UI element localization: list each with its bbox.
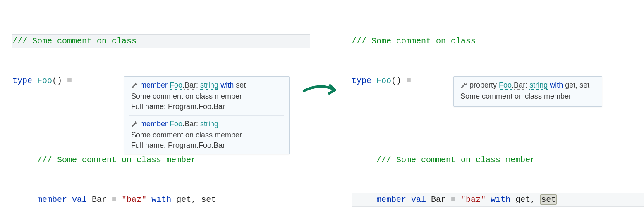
- keyword: member: [376, 195, 406, 204]
- identifier: get: [176, 195, 191, 204]
- sig-keyword: with: [220, 81, 234, 89]
- sig-keyword: member: [140, 81, 168, 89]
- wrench-icon: [131, 121, 138, 128]
- identifier: Bar: [431, 195, 446, 204]
- sig-return-type: string: [200, 120, 218, 128]
- punct: =: [446, 195, 461, 204]
- keyword: val: [72, 195, 87, 204]
- tooltip-description: Some comment on class member: [460, 92, 595, 101]
- string: "baz": [122, 195, 146, 204]
- sig-member: Bar: [184, 81, 196, 90]
- identifier: Bar: [92, 195, 107, 204]
- comment: /// Some comment on class: [352, 36, 476, 46]
- identifier: get: [515, 195, 530, 204]
- keyword: type: [352, 76, 371, 85]
- sig-keyword: with: [550, 81, 563, 89]
- code-line[interactable]: member val Bar = "baz" with get, set: [352, 193, 644, 206]
- punct: ,: [191, 195, 201, 204]
- comment: /// Some comment on class: [12, 36, 136, 46]
- hover-tooltip: member Foo.Bar: string with set Some com…: [124, 76, 290, 154]
- sig-type: Foo: [499, 81, 512, 90]
- code-line[interactable]: [352, 114, 644, 127]
- editor-after: /// Some comment on class type Foo() = /…: [352, 8, 644, 220]
- signature-line: member Foo.Bar: string: [131, 120, 282, 128]
- keyword: member: [37, 195, 67, 204]
- sig-member: Bar: [514, 81, 525, 90]
- keyword: type: [12, 76, 32, 85]
- code-line[interactable]: /// Some comment on class: [352, 35, 644, 48]
- tooltip-description: Some comment on class member: [131, 92, 282, 101]
- sig-keyword: property: [469, 81, 497, 89]
- code-line[interactable]: /// Some comment on class: [12, 35, 310, 48]
- sig-return-type: string: [529, 81, 548, 90]
- tooltip-section: member Foo.Bar: string with set Some com…: [124, 77, 289, 115]
- code-line[interactable]: /// Some comment on class member: [352, 154, 644, 167]
- keyword: val: [411, 195, 426, 204]
- punct: =: [107, 195, 122, 204]
- punct: (): [391, 76, 401, 85]
- sig-member: Bar: [184, 120, 196, 128]
- sig-type: Foo: [170, 81, 182, 90]
- sig-keyword: member: [140, 120, 168, 128]
- type-name: Foo: [376, 76, 391, 85]
- sig-rest: get, set: [563, 81, 589, 89]
- keyword: with: [491, 195, 510, 204]
- tooltip-section: property Foo.Bar: string with get, set S…: [454, 77, 602, 106]
- tooltip-fullname: Full name: Program.Foo.Bar: [131, 141, 282, 150]
- code-line[interactable]: /// Some comment on class member: [12, 154, 310, 167]
- code-block[interactable]: /// Some comment on class type Foo() = /…: [352, 8, 644, 220]
- editor-before: /// Some comment on class type Foo() = /…: [12, 8, 310, 220]
- wrench-icon: [131, 82, 138, 89]
- hover-tooltip: property Foo.Bar: string with get, set S…: [453, 76, 602, 107]
- tooltip-fullname: Full name: Program.Foo.Bar: [131, 102, 282, 111]
- code-line[interactable]: member val Bar = "baz" with get, set: [12, 193, 310, 206]
- arrow-icon: [302, 78, 343, 103]
- punct: ,: [530, 195, 540, 204]
- selection[interactable]: set: [540, 194, 557, 205]
- punct: =: [62, 76, 72, 85]
- signature-line: member Foo.Bar: string with set: [131, 81, 282, 90]
- sig-return-type: string: [200, 81, 218, 90]
- tooltip-section: member Foo.Bar: string Some comment on c…: [124, 116, 289, 154]
- punct: =: [401, 76, 411, 85]
- sig-rest: set: [234, 81, 246, 89]
- signature-line: property Foo.Bar: string with get, set: [460, 81, 595, 90]
- wrench-icon: [460, 82, 467, 89]
- type-name: Foo: [37, 76, 52, 85]
- sig-type: Foo: [170, 120, 182, 128]
- tooltip-description: Some comment on class member: [131, 131, 282, 140]
- identifier: set: [201, 195, 216, 204]
- keyword: with: [151, 195, 171, 204]
- comment: /// Some comment on class member: [37, 155, 196, 165]
- string: "baz": [461, 195, 486, 204]
- comment: /// Some comment on class member: [376, 155, 535, 165]
- identifier: set: [541, 195, 556, 204]
- punct: (): [52, 76, 62, 85]
